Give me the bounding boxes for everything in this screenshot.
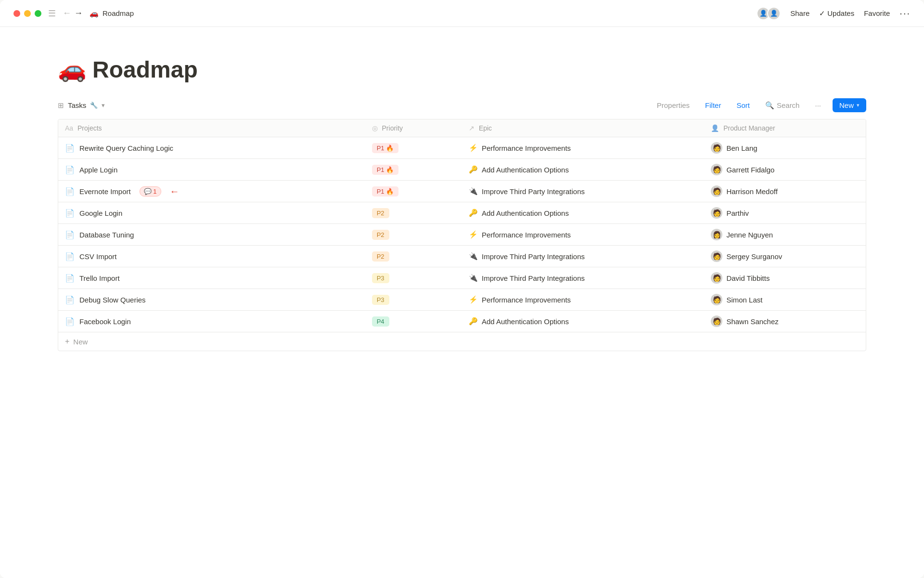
- project-cell-2[interactable]: 📄 Evernote Import 💬 1 ←: [58, 181, 365, 202]
- project-name: Facebook Login: [79, 317, 131, 326]
- epic-cell-3[interactable]: 🔑Add Authentication Options: [462, 202, 704, 224]
- favorite-button[interactable]: Favorite: [864, 9, 890, 17]
- table-row[interactable]: 📄 Debug Slow QueriesP3⚡Performance Impro…: [58, 289, 866, 311]
- pm-name: Jenne Nguyen: [726, 231, 773, 239]
- project-cell-6[interactable]: 📄 Trello Import: [58, 267, 365, 289]
- priority-cell-4[interactable]: P2: [365, 224, 462, 246]
- more-db-icon: ···: [815, 101, 821, 109]
- pm-cell-8[interactable]: 🧑Shawn Sanchez: [704, 311, 866, 332]
- table-row[interactable]: 📄 CSV ImportP2🔌Improve Third Party Integ…: [58, 246, 866, 267]
- share-button[interactable]: Share: [790, 9, 809, 17]
- add-new-row[interactable]: + New: [58, 332, 866, 351]
- sort-button[interactable]: Sort: [732, 99, 754, 111]
- new-chevron-icon: ▾: [857, 102, 860, 108]
- pm-cell-5[interactable]: 🧑Sergey Surganov: [704, 246, 866, 267]
- pm-cell-7[interactable]: 🧑Simon Last: [704, 289, 866, 311]
- table-row[interactable]: 📄 Rewrite Query Caching LogicP1 🔥⚡Perfor…: [58, 137, 866, 159]
- pm-cell-6[interactable]: 🧑David Tibbitts: [704, 267, 866, 289]
- filter-label: Filter: [705, 101, 721, 109]
- sidebar-toggle[interactable]: ☰: [48, 8, 56, 19]
- priority-cell-7[interactable]: P3: [365, 289, 462, 311]
- search-button[interactable]: 🔍 Search: [761, 99, 804, 112]
- project-name: Debug Slow Queries: [79, 296, 146, 304]
- project-name: Evernote Import: [79, 187, 131, 196]
- db-title-chevron: ▾: [102, 102, 105, 109]
- priority-cell-2[interactable]: P1 🔥: [365, 181, 462, 202]
- more-options-button[interactable]: ···: [899, 8, 911, 19]
- pm-avatar: 🧑: [711, 207, 722, 219]
- project-cell-8[interactable]: 📄 Facebook Login: [58, 311, 365, 332]
- pm-cell-3[interactable]: 🧑Parthiv: [704, 202, 866, 224]
- table-row[interactable]: 📄 Facebook LoginP4🔑Add Authentication Op…: [58, 311, 866, 332]
- doc-icon: 📄: [65, 274, 75, 283]
- titlebar: ☰ ← → 🚗 Roadmap 👤 👤 Share ✓ Up: [0, 0, 924, 27]
- forward-button[interactable]: →: [74, 8, 83, 18]
- col-priority-label: Priority: [382, 124, 403, 132]
- project-cell-1[interactable]: 📄 Apple Login: [58, 159, 365, 181]
- db-title[interactable]: ⊞ Tasks 🔧 ▾: [58, 101, 105, 110]
- updates-button[interactable]: ✓ Updates: [819, 9, 854, 18]
- more-db-options-button[interactable]: ···: [811, 99, 825, 111]
- pm-cell-2[interactable]: 🧑Harrison Medoff: [704, 181, 866, 202]
- priority-cell-0[interactable]: P1 🔥: [365, 137, 462, 159]
- table-row[interactable]: 📄 Evernote Import 💬 1 ← P1 🔥🔌Improve Thi…: [58, 181, 866, 202]
- filter-button[interactable]: Filter: [701, 99, 725, 111]
- col-header-pm: 👤 Product Manager: [704, 119, 866, 137]
- project-cell-4[interactable]: 📄 Database Tuning: [58, 224, 365, 246]
- new-entry-button[interactable]: New ▾: [833, 98, 866, 112]
- pm-avatar: 🧑: [711, 294, 722, 305]
- table-row[interactable]: 📄 Database TuningP2⚡Performance Improvem…: [58, 224, 866, 246]
- close-button[interactable]: [13, 10, 20, 17]
- page-emoji: 🚗: [90, 9, 99, 18]
- table-row[interactable]: 📄 Trello ImportP3🔌Improve Third Party In…: [58, 267, 866, 289]
- doc-icon: 📄: [65, 295, 75, 304]
- pm-name: Ben Lang: [726, 144, 757, 152]
- epic-cell-7[interactable]: ⚡Performance Improvements: [462, 289, 704, 311]
- epic-cell-0[interactable]: ⚡Performance Improvements: [462, 137, 704, 159]
- epic-cell-8[interactable]: 🔑Add Authentication Options: [462, 311, 704, 332]
- project-cell-3[interactable]: 📄 Google Login: [58, 202, 365, 224]
- table-row[interactable]: 📄 Google LoginP2🔑Add Authentication Opti…: [58, 202, 866, 224]
- comment-badge[interactable]: 💬 1: [140, 186, 161, 197]
- priority-cell-8[interactable]: P4: [365, 311, 462, 332]
- minimize-button[interactable]: [24, 10, 31, 17]
- properties-label: Properties: [657, 101, 690, 109]
- maximize-button[interactable]: [35, 10, 41, 17]
- epic-cell-4[interactable]: ⚡Performance Improvements: [462, 224, 704, 246]
- epic-cell-5[interactable]: 🔌Improve Third Party Integrations: [462, 246, 704, 267]
- pm-name: Garrett Fidalgo: [726, 166, 774, 174]
- epic-name: Performance Improvements: [482, 231, 571, 239]
- properties-button[interactable]: Properties: [653, 99, 693, 111]
- pm-cell-0[interactable]: 🧑Ben Lang: [704, 137, 866, 159]
- epic-emoji: ⚡: [469, 144, 478, 152]
- project-name: Google Login: [79, 209, 122, 217]
- epic-cell-6[interactable]: 🔌Improve Third Party Integrations: [462, 267, 704, 289]
- priority-cell-3[interactable]: P2: [365, 202, 462, 224]
- pm-cell-1[interactable]: 🧑Garrett Fidalgo: [704, 159, 866, 181]
- pm-avatar: 🧑: [711, 164, 722, 175]
- avatar-2: 👤: [767, 7, 781, 20]
- pm-cell-4[interactable]: 👩Jenne Nguyen: [704, 224, 866, 246]
- doc-icon: 📄: [65, 317, 75, 326]
- priority-cell-5[interactable]: P2: [365, 246, 462, 267]
- roadmap-table: Aa Projects ◎ Priority ↗ Epic 👤: [58, 119, 866, 332]
- project-cell-5[interactable]: 📄 CSV Import: [58, 246, 365, 267]
- epic-name: Add Authentication Options: [482, 317, 569, 326]
- priority-cell-6[interactable]: P3: [365, 267, 462, 289]
- epic-cell-2[interactable]: 🔌Improve Third Party Integrations: [462, 181, 704, 202]
- priority-cell-1[interactable]: P1 🔥: [365, 159, 462, 181]
- priority-badge: P2: [372, 230, 389, 240]
- pm-avatar: 🧑: [711, 142, 722, 154]
- back-button[interactable]: ←: [63, 8, 71, 18]
- epic-emoji: ⚡: [469, 230, 478, 239]
- page-title: Roadmap: [92, 56, 198, 83]
- table-row[interactable]: 📄 Apple LoginP1 🔥🔑Add Authentication Opt…: [58, 159, 866, 181]
- epic-cell-1[interactable]: 🔑Add Authentication Options: [462, 159, 704, 181]
- add-new-label: New: [73, 338, 88, 346]
- project-cell-7[interactable]: 📄 Debug Slow Queries: [58, 289, 365, 311]
- epic-emoji: 🔌: [469, 274, 478, 282]
- heading-emoji: 🚗: [58, 56, 87, 83]
- project-cell-0[interactable]: 📄 Rewrite Query Caching Logic: [58, 137, 365, 159]
- col-header-projects: Aa Projects: [58, 119, 365, 137]
- epic-emoji: 🔑: [469, 165, 478, 174]
